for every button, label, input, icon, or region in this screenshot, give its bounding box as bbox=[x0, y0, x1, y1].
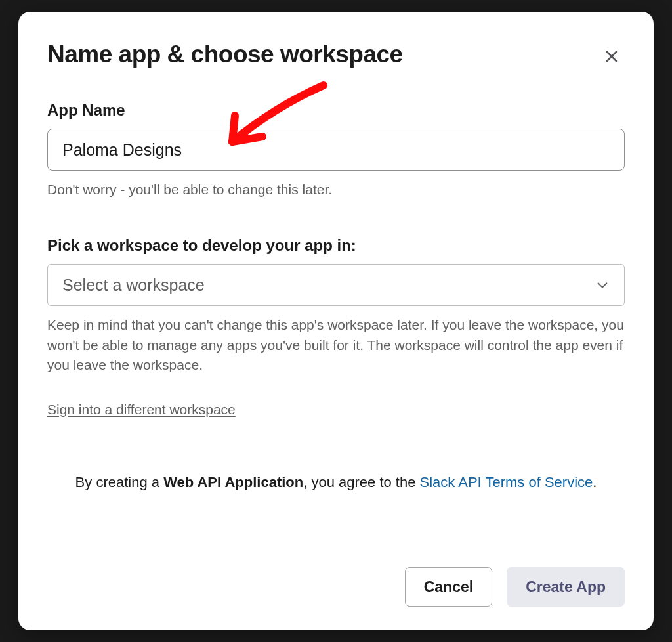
close-button[interactable] bbox=[598, 43, 625, 70]
workspace-field: Pick a workspace to develop your app in:… bbox=[47, 236, 625, 375]
modal-title: Name app & choose workspace bbox=[47, 41, 403, 68]
workspace-helper: Keep in mind that you can't change this … bbox=[47, 315, 625, 375]
terms-bold: Web API Application bbox=[163, 474, 303, 490]
modal-footer: Cancel Create App bbox=[47, 541, 625, 607]
terms-row: By creating a Web API Application, you a… bbox=[47, 474, 625, 491]
terms-suffix: . bbox=[593, 474, 597, 490]
terms-prefix: By creating a bbox=[75, 474, 164, 490]
terms-middle: , you agree to the bbox=[303, 474, 419, 490]
create-app-button[interactable]: Create App bbox=[507, 567, 625, 607]
workspace-select[interactable]: Select a workspace bbox=[47, 264, 625, 306]
create-app-modal: Name app & choose workspace App Name Don… bbox=[18, 12, 654, 630]
app-name-input[interactable] bbox=[47, 129, 625, 171]
sign-into-different-workspace-link[interactable]: Sign into a different workspace bbox=[47, 402, 236, 419]
app-name-helper: Don't worry - you'll be able to change t… bbox=[47, 180, 625, 200]
terms-of-service-link[interactable]: Slack API Terms of Service bbox=[420, 474, 593, 490]
app-name-field: App Name Don't worry - you'll be able to… bbox=[47, 101, 625, 200]
cancel-button[interactable]: Cancel bbox=[405, 567, 492, 607]
modal-header: Name app & choose workspace bbox=[47, 41, 625, 70]
workspace-select-placeholder: Select a workspace bbox=[62, 276, 205, 295]
workspace-label: Pick a workspace to develop your app in: bbox=[47, 236, 625, 255]
close-icon bbox=[604, 49, 620, 64]
chevron-down-icon bbox=[595, 278, 610, 292]
alt-signin-row: Sign into a different workspace bbox=[47, 402, 625, 419]
app-name-label: App Name bbox=[47, 101, 625, 119]
